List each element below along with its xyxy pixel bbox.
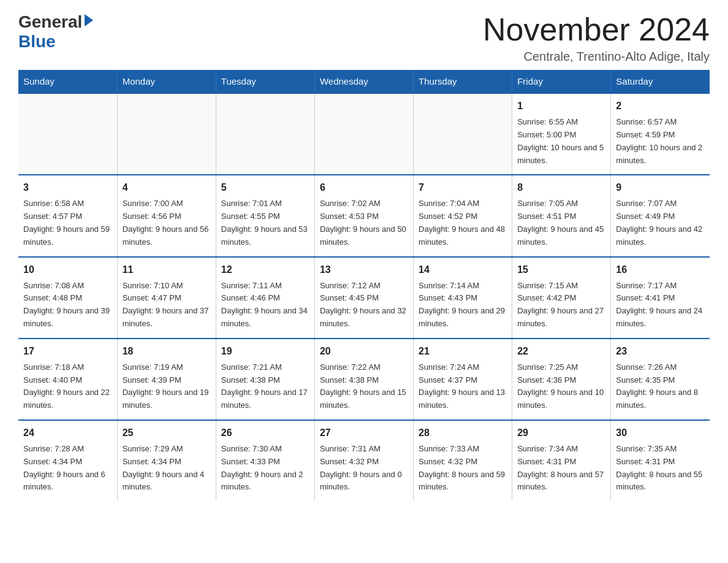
day-info: Sunrise: 7:35 AMSunset: 4:31 PMDaylight:… (616, 443, 705, 494)
day-info: Sunrise: 7:31 AMSunset: 4:32 PMDaylight:… (320, 443, 408, 494)
day-number: 20 (320, 344, 408, 359)
day-info: Sunrise: 7:17 AMSunset: 4:41 PMDaylight:… (616, 280, 705, 331)
day-info: Sunrise: 7:34 AMSunset: 4:31 PMDaylight:… (517, 443, 605, 494)
day-number: 18 (123, 344, 211, 359)
day-info: Sunrise: 7:14 AMSunset: 4:43 PMDaylight:… (419, 280, 507, 331)
calendar-cell: 2Sunrise: 6:57 AMSunset: 4:59 PMDaylight… (611, 93, 710, 175)
calendar-cell: 14Sunrise: 7:14 AMSunset: 4:43 PMDayligh… (414, 257, 512, 339)
day-info: Sunrise: 7:15 AMSunset: 4:42 PMDaylight:… (517, 280, 605, 331)
day-info: Sunrise: 7:02 AMSunset: 4:53 PMDaylight:… (320, 197, 408, 248)
day-info: Sunrise: 7:22 AMSunset: 4:38 PMDaylight:… (320, 361, 408, 412)
day-info: Sunrise: 6:55 AMSunset: 5:00 PMDaylight:… (517, 116, 605, 167)
day-info: Sunrise: 7:11 AMSunset: 4:46 PMDaylight:… (221, 280, 309, 331)
logo-blue-text: Blue (18, 32, 56, 51)
day-of-week-thursday: Thursday (414, 70, 512, 93)
calendar-cell: 15Sunrise: 7:15 AMSunset: 4:42 PMDayligh… (512, 257, 611, 339)
calendar-cell (314, 93, 413, 175)
calendar-cell: 26Sunrise: 7:30 AMSunset: 4:33 PMDayligh… (216, 420, 314, 501)
calendar-week-4: 17Sunrise: 7:18 AMSunset: 4:40 PMDayligh… (18, 339, 710, 420)
calendar-cell: 10Sunrise: 7:08 AMSunset: 4:48 PMDayligh… (18, 257, 117, 339)
calendar-cell: 13Sunrise: 7:12 AMSunset: 4:45 PMDayligh… (314, 257, 413, 339)
day-number: 22 (517, 344, 605, 359)
calendar-cell: 16Sunrise: 7:17 AMSunset: 4:41 PMDayligh… (611, 257, 710, 339)
day-info: Sunrise: 7:25 AMSunset: 4:36 PMDaylight:… (517, 361, 605, 412)
location-text: Centrale, Trentino-Alto Adige, Italy (483, 50, 710, 64)
calendar-cell: 6Sunrise: 7:02 AMSunset: 4:53 PMDaylight… (314, 175, 413, 256)
day-info: Sunrise: 7:10 AMSunset: 4:47 PMDaylight:… (123, 280, 211, 331)
calendar-cell: 5Sunrise: 7:01 AMSunset: 4:55 PMDaylight… (216, 175, 314, 256)
calendar-cell: 4Sunrise: 7:00 AMSunset: 4:56 PMDaylight… (117, 175, 216, 256)
day-number: 17 (23, 344, 112, 359)
calendar-cell: 23Sunrise: 7:26 AMSunset: 4:35 PMDayligh… (611, 339, 710, 420)
calendar-table: SundayMondayTuesdayWednesdayThursdayFrid… (18, 70, 710, 501)
calendar-cell (117, 93, 216, 175)
day-number: 3 (23, 180, 112, 195)
day-number: 30 (616, 426, 705, 440)
calendar-cell: 17Sunrise: 7:18 AMSunset: 4:40 PMDayligh… (18, 339, 117, 420)
day-number: 28 (419, 426, 507, 440)
day-info: Sunrise: 6:58 AMSunset: 4:57 PMDaylight:… (23, 197, 112, 248)
day-number: 27 (320, 426, 408, 440)
day-info: Sunrise: 7:05 AMSunset: 4:51 PMDaylight:… (517, 197, 605, 248)
calendar-cell: 3Sunrise: 6:58 AMSunset: 4:57 PMDaylight… (18, 175, 117, 256)
calendar-week-2: 3Sunrise: 6:58 AMSunset: 4:57 PMDaylight… (18, 175, 710, 256)
calendar-header: SundayMondayTuesdayWednesdayThursdayFrid… (18, 70, 710, 93)
calendar-cell (18, 93, 117, 175)
day-number: 19 (221, 344, 309, 359)
day-info: Sunrise: 7:04 AMSunset: 4:52 PMDaylight:… (419, 197, 507, 248)
calendar-cell: 11Sunrise: 7:10 AMSunset: 4:47 PMDayligh… (117, 257, 216, 339)
day-number: 16 (616, 262, 705, 277)
day-info: Sunrise: 7:01 AMSunset: 4:55 PMDaylight:… (221, 197, 309, 248)
day-info: Sunrise: 7:33 AMSunset: 4:32 PMDaylight:… (419, 443, 507, 494)
calendar-cell: 20Sunrise: 7:22 AMSunset: 4:38 PMDayligh… (314, 339, 413, 420)
day-number: 5 (221, 180, 309, 195)
logo: General Blue (18, 12, 93, 52)
day-info: Sunrise: 7:30 AMSunset: 4:33 PMDaylight:… (221, 443, 309, 494)
day-of-week-saturday: Saturday (611, 70, 710, 93)
day-number: 23 (616, 344, 705, 359)
days-of-week-row: SundayMondayTuesdayWednesdayThursdayFrid… (18, 70, 710, 93)
calendar-cell: 19Sunrise: 7:21 AMSunset: 4:38 PMDayligh… (216, 339, 314, 420)
day-of-week-tuesday: Tuesday (216, 70, 314, 93)
day-number: 25 (123, 426, 211, 440)
month-title: November 2024 (483, 12, 710, 47)
day-number: 12 (221, 262, 309, 277)
calendar-body: 1Sunrise: 6:55 AMSunset: 5:00 PMDaylight… (18, 93, 710, 501)
logo-general-text: General (18, 12, 82, 32)
day-info: Sunrise: 7:21 AMSunset: 4:38 PMDaylight:… (221, 361, 309, 412)
day-number: 7 (419, 180, 507, 195)
calendar-cell: 22Sunrise: 7:25 AMSunset: 4:36 PMDayligh… (512, 339, 611, 420)
calendar-cell: 30Sunrise: 7:35 AMSunset: 4:31 PMDayligh… (611, 420, 710, 501)
calendar-cell: 25Sunrise: 7:29 AMSunset: 4:34 PMDayligh… (117, 420, 216, 501)
calendar-cell: 7Sunrise: 7:04 AMSunset: 4:52 PMDaylight… (414, 175, 512, 256)
day-number: 11 (123, 262, 211, 277)
day-info: Sunrise: 7:08 AMSunset: 4:48 PMDaylight:… (23, 280, 112, 331)
day-number: 9 (616, 180, 705, 195)
calendar-cell: 28Sunrise: 7:33 AMSunset: 4:32 PMDayligh… (414, 420, 512, 501)
day-info: Sunrise: 7:12 AMSunset: 4:45 PMDaylight:… (320, 280, 408, 331)
day-of-week-friday: Friday (512, 70, 611, 93)
page-header: General Blue November 2024 Centrale, Tre… (18, 12, 710, 64)
day-info: Sunrise: 7:24 AMSunset: 4:37 PMDaylight:… (419, 361, 507, 412)
calendar-cell (216, 93, 314, 175)
day-number: 21 (419, 344, 507, 359)
day-of-week-monday: Monday (117, 70, 216, 93)
day-number: 8 (517, 180, 605, 195)
day-number: 15 (517, 262, 605, 277)
calendar-cell: 12Sunrise: 7:11 AMSunset: 4:46 PMDayligh… (216, 257, 314, 339)
calendar-cell: 24Sunrise: 7:28 AMSunset: 4:34 PMDayligh… (18, 420, 117, 501)
day-number: 29 (517, 426, 605, 440)
day-info: Sunrise: 7:07 AMSunset: 4:49 PMDaylight:… (616, 197, 705, 248)
calendar-cell: 9Sunrise: 7:07 AMSunset: 4:49 PMDaylight… (611, 175, 710, 256)
calendar-week-1: 1Sunrise: 6:55 AMSunset: 5:00 PMDaylight… (18, 93, 710, 175)
calendar-cell (414, 93, 512, 175)
day-number: 26 (221, 426, 309, 440)
day-number: 2 (616, 99, 705, 113)
day-info: Sunrise: 7:00 AMSunset: 4:56 PMDaylight:… (123, 197, 211, 248)
day-number: 13 (320, 262, 408, 277)
day-of-week-sunday: Sunday (18, 70, 117, 93)
calendar-cell: 8Sunrise: 7:05 AMSunset: 4:51 PMDaylight… (512, 175, 611, 256)
logo-arrow-icon (85, 14, 93, 26)
calendar-cell: 29Sunrise: 7:34 AMSunset: 4:31 PMDayligh… (512, 420, 611, 501)
day-number: 10 (23, 262, 112, 277)
